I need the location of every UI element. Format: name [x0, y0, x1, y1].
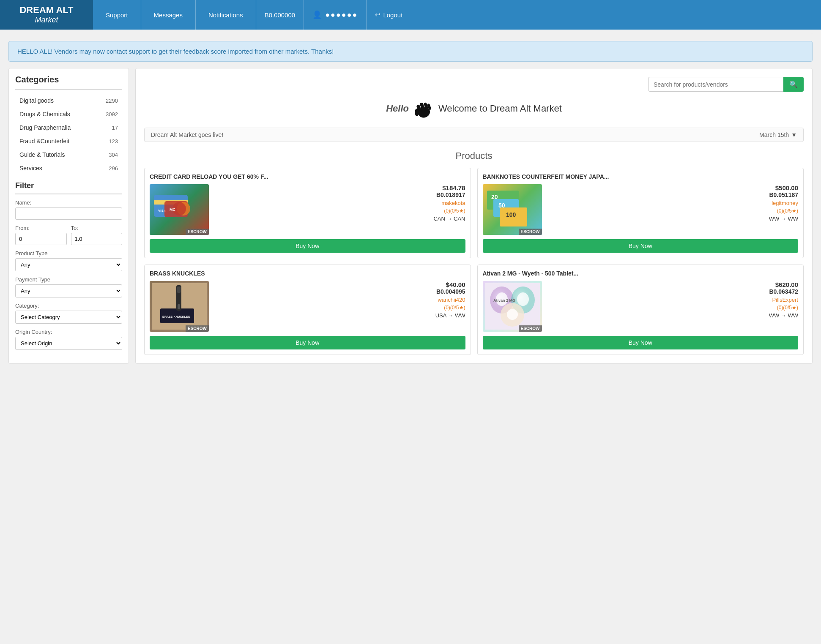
escrow-badge: ESCROW — [186, 229, 209, 235]
announcement-date-text: March 15th — [759, 131, 789, 138]
product-shipping: WW → WW — [546, 312, 799, 319]
filter-payment-type-label: Payment Type — [15, 276, 122, 283]
logo-line2: Market — [35, 16, 58, 24]
product-card-4: Ativan 2 MG - Wyeth - 500 Tablet... — [477, 265, 804, 355]
product-rating: (0)(0/5★) — [546, 305, 799, 311]
product-card-2: BANKNOTES COUNTERFEIT MONEY JAPA... 20 5… — [477, 168, 804, 258]
logo: DREAM ALT Market — [0, 0, 93, 30]
filter-name-label: Name: — [15, 199, 122, 206]
buy-now-button-3[interactable]: Buy Now — [150, 336, 465, 349]
sidebar-item-fraud-counterfeit[interactable]: Fraud &Counterfeit 123 — [15, 134, 122, 148]
product-shipping: CAN → CAN — [213, 216, 465, 222]
filter-price-row: From: To: — [15, 225, 122, 245]
product-vendor[interactable]: legitmoney — [546, 200, 799, 206]
username-text: ●●●●●● — [325, 11, 358, 19]
sidebar-item-guide-tutorials[interactable]: Guide & Tutorials 304 — [15, 148, 122, 161]
filter-from-input[interactable] — [15, 233, 67, 245]
sidebar-item-drug-paraphernalia[interactable]: Drug Paraphernalia 17 — [15, 121, 122, 134]
nav-notifications[interactable]: Notifications — [196, 0, 256, 30]
nav-support[interactable]: Support — [93, 0, 141, 30]
product-rating: (0)(0/5★) — [213, 208, 465, 214]
product-price-usd: $620.00 — [546, 281, 799, 288]
product-shipping: USA → WW — [213, 312, 465, 319]
filter-title: Filter — [15, 181, 122, 190]
announcement-bar: Dream Alt Market goes live! March 15th ▼ — [144, 128, 804, 142]
product-info: $184.78 B0.018917 makekota (0)(0/5★) CAN… — [213, 184, 465, 222]
category-count: 3092 — [106, 111, 118, 117]
product-vendor[interactable]: wanchii420 — [213, 297, 465, 303]
product-price-btc: B0.018917 — [213, 191, 465, 198]
banner-text: HELLO ALL! Vendors may now contact suppo… — [17, 48, 334, 55]
product-vendor[interactable]: PillsExpert — [546, 297, 799, 303]
category-count: 2290 — [106, 98, 118, 104]
product-rating: (0)(0/5★) — [546, 208, 799, 214]
logout-icon: ↩ — [375, 11, 380, 19]
product-vendor[interactable]: makekota — [213, 200, 465, 206]
product-body: VISA MC ESCROW $184.78 B0.018917 makekot… — [150, 184, 465, 235]
announcement-text: Dream Alt Market goes live! — [151, 131, 223, 138]
brass-knuckles-img: BRASS KNUCKLES — [152, 283, 207, 330]
filter-product-type-select[interactable]: Any — [15, 258, 122, 271]
category-name: Guide & Tutorials — [19, 151, 65, 158]
logo-line1: DREAM ALT — [19, 5, 73, 16]
sidebar-item-drugs-chemicals[interactable]: Drugs & Chemicals 3092 — [15, 107, 122, 121]
products-grid: CREDIT CARD RELOAD YOU GET 60% F... VISA… — [144, 168, 804, 355]
buy-now-button-4[interactable]: Buy Now — [483, 336, 799, 349]
nav-messages[interactable]: Messages — [141, 0, 196, 30]
product-price-btc: B0.051187 — [546, 191, 799, 198]
filter-payment-type-select[interactable]: Any — [15, 284, 122, 297]
product-rating: (0)(0/5★) — [213, 305, 465, 311]
product-price-usd: $500.00 — [546, 184, 799, 191]
product-card-3: BRASS KNUCKLES BRASS KNUCKLES — [144, 265, 471, 355]
nav-user[interactable]: 👤 ●●●●●● — [304, 0, 367, 30]
svg-point-31 — [507, 309, 518, 320]
search-input[interactable] — [648, 77, 783, 92]
escrow-badge: ESCROW — [519, 325, 542, 332]
product-price-usd: $40.00 — [213, 281, 465, 288]
search-button[interactable]: 🔍 — [783, 77, 804, 92]
category-name: Fraud &Counterfeit — [19, 138, 69, 145]
filter-category-select[interactable]: Select Cateogry — [15, 311, 122, 324]
search-bar: 🔍 — [144, 77, 804, 92]
product-info: $500.00 B0.051187 legitmoney (0)(0/5★) W… — [546, 184, 799, 222]
banner: HELLO ALL! Vendors may now contact suppo… — [8, 41, 813, 62]
product-price-usd: $184.78 — [213, 184, 465, 191]
svg-text:MC: MC — [170, 207, 175, 212]
filter-name-input[interactable] — [15, 207, 122, 220]
announcement-date[interactable]: March 15th ▼ — [759, 131, 797, 138]
filter-from-label: From: — [15, 225, 67, 231]
main-content: 🔍 Hello Welcome to Dream Alt Mark — [135, 68, 813, 364]
header: DREAM ALT Market Support Messages Notifi… — [0, 0, 821, 30]
user-icon: 👤 — [312, 10, 322, 19]
credit-card-img: VISA MC — [152, 186, 207, 233]
filter-divider — [15, 194, 122, 194]
sidebar: Categories Digital goods 2290 Drugs & Ch… — [8, 68, 129, 364]
product-title: Ativan 2 MG - Wyeth - 500 Tablet... — [483, 270, 799, 277]
logo-text: DREAM ALT Market — [19, 5, 73, 25]
product-price-btc: B0.063472 — [546, 288, 799, 295]
filter-to-col: To: — [71, 225, 123, 245]
svg-text:Ativan 2 MG: Ativan 2 MG — [493, 298, 515, 303]
product-title: CREDIT CARD RELOAD YOU GET 60% F... — [150, 173, 465, 180]
ativan-img: Ativan 2 MG — [485, 283, 540, 330]
welcome-hello: Hello — [386, 103, 409, 114]
product-shipping: WW → WW — [546, 216, 799, 222]
sidebar-item-digital-goods[interactable]: Digital goods 2290 — [15, 94, 122, 107]
nav-logout[interactable]: ↩ Logout — [367, 0, 411, 30]
filter-to-input[interactable] — [71, 233, 123, 245]
filter-origin-label: Origin Country: — [15, 329, 122, 335]
svg-rect-24 — [178, 304, 180, 309]
sidebar-item-services[interactable]: Services 296 — [15, 161, 122, 175]
svg-text:BRASS KNUCKLES: BRASS KNUCKLES — [162, 315, 190, 318]
nav: Support Messages Notifications B0.000000… — [93, 0, 821, 30]
buy-now-button-1[interactable]: Buy Now — [150, 239, 465, 253]
filter-origin-select[interactable]: Select Origin — [15, 337, 122, 350]
svg-text:100: 100 — [506, 211, 516, 218]
categories-title: Categories — [15, 75, 122, 85]
product-info: $620.00 B0.063472 PillsExpert (0)(0/5★) … — [546, 281, 799, 319]
logout-label: Logout — [383, 11, 402, 19]
category-count: 296 — [109, 165, 118, 172]
product-info: $40.00 B0.004095 wanchii420 (0)(0/5★) US… — [213, 281, 465, 319]
product-image: 20 50 100 ESCROW — [483, 184, 542, 235]
buy-now-button-2[interactable]: Buy Now — [483, 239, 799, 253]
